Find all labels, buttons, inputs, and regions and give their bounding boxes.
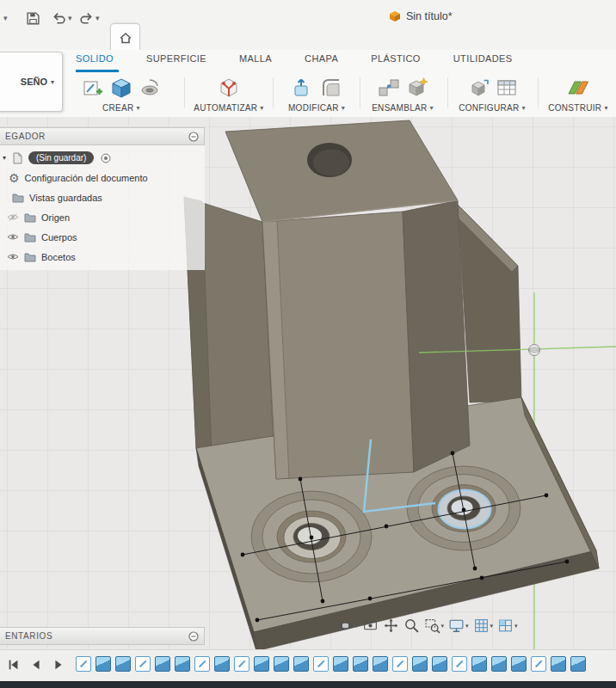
timeline-item-feature[interactable] <box>570 656 586 672</box>
play-button[interactable] <box>52 658 65 672</box>
timeline-item-feature[interactable] <box>511 656 527 672</box>
visibility-off-icon[interactable] <box>7 212 19 222</box>
quick-access-dropdown[interactable]: ▾ <box>3 14 8 22</box>
browser-row-label: Bocetos <box>41 252 76 262</box>
generative-design-icon[interactable] <box>217 76 241 100</box>
bottom-scrollbar[interactable] <box>0 681 616 688</box>
undo-button[interactable] <box>52 11 67 27</box>
orbit-button[interactable]: ▾ <box>336 617 359 635</box>
orbit-icon <box>337 617 354 634</box>
activate-radio-icon[interactable] <box>101 153 111 163</box>
fillet-icon[interactable] <box>319 76 343 100</box>
home-button[interactable] <box>110 23 140 51</box>
tab-solido[interactable]: SOLIDO <box>76 53 114 64</box>
redo-dropdown[interactable]: ▾ <box>95 14 100 22</box>
press-pull-icon[interactable] <box>291 76 315 100</box>
ribbon-group-ensamblar: ENSAMBLAR▾ <box>361 74 444 115</box>
collapse-comments-button[interactable] <box>188 631 199 642</box>
timeline-item-feature[interactable] <box>175 656 190 672</box>
visibility-on-icon[interactable] <box>7 232 19 242</box>
origin-point[interactable] <box>529 345 540 356</box>
browser-row-document-settings[interactable]: ⚙ Configuración del documento <box>0 168 205 187</box>
parameters-table-icon[interactable] <box>495 76 519 100</box>
timeline-item-feature[interactable] <box>293 656 309 672</box>
zoom-button[interactable] <box>403 617 421 635</box>
tab-utilidades[interactable]: UTILIDADES <box>453 53 513 64</box>
browser-panel-header[interactable]: EGADOR <box>0 127 205 145</box>
timeline-item-feature[interactable] <box>551 656 566 672</box>
timeline-item-feature[interactable] <box>155 656 170 672</box>
tab-plastico[interactable]: PLÁSTICO <box>371 53 421 64</box>
timeline-item-feature[interactable] <box>471 656 487 672</box>
timeline-item-feature[interactable] <box>373 656 388 672</box>
new-component-icon[interactable] <box>405 76 429 100</box>
ribbon: SOLIDO SUPERFICIE MALLA CHAPA PLÁSTICO U… <box>0 50 616 118</box>
workspace-selector[interactable]: SEÑO ▾ <box>0 52 63 112</box>
timeline-item-sketch[interactable] <box>392 656 408 672</box>
unsaved-document-pill[interactable]: (Sin guardar) <box>28 151 94 164</box>
collapse-browser-button[interactable] <box>188 132 199 142</box>
automatizar-menu[interactable]: AUTOMATIZAR▾ <box>194 103 263 113</box>
expand-arrow-icon[interactable]: ▾ <box>3 154 6 162</box>
revolve-icon[interactable] <box>138 76 162 100</box>
zoom-window-button[interactable]: ▾ <box>423 617 446 635</box>
timeline-item-sketch[interactable] <box>76 656 91 672</box>
browser-row-bodies[interactable]: Cuerpos <box>0 227 205 247</box>
timeline-item-feature[interactable] <box>254 656 269 672</box>
skip-to-start-button[interactable] <box>7 658 21 672</box>
timeline-item-feature[interactable] <box>115 656 131 672</box>
zoom-icon <box>403 617 420 634</box>
create-sketch-icon[interactable] <box>81 76 105 100</box>
folder-icon <box>24 212 36 223</box>
timeline-item-feature[interactable] <box>412 656 428 672</box>
ensamblar-menu[interactable]: ENSAMBLAR▾ <box>372 103 434 113</box>
save-icon <box>26 11 40 26</box>
configuration-icon[interactable] <box>466 76 490 100</box>
grid-display-button[interactable]: ▾ <box>472 617 495 635</box>
timeline-item-sketch[interactable] <box>135 656 151 672</box>
comments-panel-header[interactable]: ENTARIOS <box>0 627 205 645</box>
display-settings-button[interactable]: ▾ <box>447 617 470 635</box>
crear-menu[interactable]: CREAR▾ <box>102 103 140 113</box>
timeline-item-feature[interactable] <box>274 656 289 672</box>
timeline-item-feature[interactable] <box>432 656 447 672</box>
look-at-button[interactable] <box>361 617 379 635</box>
save-button[interactable] <box>26 11 41 27</box>
chevron-down-icon: ▾ <box>430 104 434 112</box>
step-back-button[interactable] <box>29 658 43 672</box>
ribbon-tabs: SOLIDO SUPERFICIE MALLA CHAPA PLÁSTICO U… <box>76 53 513 64</box>
construction-plane-icon[interactable] <box>566 76 590 100</box>
tab-malla[interactable]: MALLA <box>239 53 272 64</box>
browser-panel-title: EGADOR <box>5 132 46 141</box>
browser-row-origin[interactable]: Origen <box>0 207 205 227</box>
chevron-down-icon: ▾ <box>51 78 54 86</box>
timeline-item-sketch[interactable] <box>531 656 546 672</box>
pan-button[interactable] <box>382 617 400 635</box>
timeline-item-feature[interactable] <box>333 656 348 672</box>
redo-button[interactable] <box>79 11 95 27</box>
construir-menu[interactable]: CONSTRUIR▾ <box>548 103 607 113</box>
timeline-item-feature[interactable] <box>353 656 368 672</box>
viewports-button[interactable]: ▾ <box>496 617 519 635</box>
browser-row-document[interactable]: ▾ (Sin guardar) <box>0 148 205 168</box>
extrude-icon[interactable] <box>109 76 133 100</box>
joint-icon[interactable] <box>377 76 401 100</box>
timeline-item-sketch[interactable] <box>234 656 249 672</box>
timeline-item-sketch[interactable] <box>313 656 329 672</box>
ribbon-group-construir: CONSTRUIR▾ <box>540 74 616 115</box>
redo-icon <box>79 11 94 26</box>
timeline-item-sketch[interactable] <box>452 656 467 672</box>
tab-superficie[interactable]: SUPERFICIE <box>146 53 206 64</box>
timeline-item-sketch[interactable] <box>194 656 210 672</box>
browser-row-sketches[interactable]: Bocetos <box>0 247 205 267</box>
modificar-menu[interactable]: MODIFICAR▾ <box>288 103 345 113</box>
visibility-on-icon[interactable] <box>7 252 19 261</box>
browser-row-saved-views[interactable]: Vistas guardadas <box>0 187 205 207</box>
timeline-item-feature[interactable] <box>95 656 111 672</box>
timeline-item-feature[interactable] <box>214 656 230 672</box>
undo-dropdown[interactable]: ▾ <box>68 14 72 22</box>
folder-icon <box>24 232 36 243</box>
timeline-item-feature[interactable] <box>491 656 507 672</box>
tab-chapa[interactable]: CHAPA <box>305 53 338 64</box>
configurar-menu[interactable]: CONFIGURAR▾ <box>459 103 526 113</box>
